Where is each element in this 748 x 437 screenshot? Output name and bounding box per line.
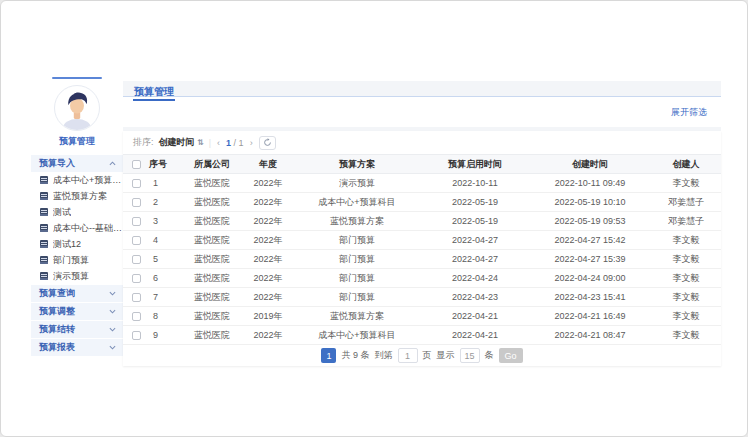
page-unit-label: 页 — [423, 349, 432, 362]
table-row[interactable]: 3 蓝悦医院 2022年 蓝悦预算方案 2022-05-19 2022-05-1… — [123, 212, 721, 231]
table-header-row: 序号 所属公司 年度 预算方案 预算启用时间 创建时间 创建人 — [123, 155, 721, 174]
budget-table: 序号 所属公司 年度 预算方案 预算启用时间 创建时间 创建人 1 蓝悦医院 2… — [123, 154, 721, 345]
cell-enable-date: 2022-04-23 — [421, 288, 529, 307]
table-row[interactable]: 9 蓝悦医院 2022年 成本中心+预算科目 2022-04-21 2022-0… — [123, 326, 721, 345]
cell-creator: 李文毅 — [651, 250, 721, 269]
document-icon — [40, 272, 48, 280]
row-checkbox[interactable] — [132, 236, 141, 245]
sidebar-subitem[interactable]: 成本中心--基础设置... — [31, 220, 123, 236]
sidebar-subitem[interactable]: 蓝悦预算方案 — [31, 188, 123, 204]
goto-page-input[interactable] — [398, 348, 418, 363]
next-page-icon[interactable]: › — [249, 138, 254, 148]
row-checkbox[interactable] — [132, 293, 141, 302]
document-icon — [40, 192, 48, 200]
row-checkbox[interactable] — [132, 274, 141, 283]
cell-index: 5 — [149, 250, 181, 269]
sidebar-group-header[interactable]: 预算查询 — [31, 285, 123, 302]
table-row[interactable]: 8 蓝悦医院 2019年 蓝悦预算方案 2022-04-21 2022-04-2… — [123, 307, 721, 326]
filter-card: 展开筛选 — [123, 97, 721, 127]
sidebar-group-label: 预算调整 — [39, 305, 75, 318]
table-row[interactable]: 5 蓝悦医院 2022年 部门预算 2022-04-27 2022-04-27 … — [123, 250, 721, 269]
cell-creator: 李文毅 — [651, 326, 721, 345]
page-size-input[interactable] — [460, 348, 480, 363]
sidebar-group-header[interactable]: 预算结转 — [31, 321, 123, 338]
toolbar-divider: | — [209, 138, 211, 148]
cell-create-time: 2022-04-21 16:49 — [529, 307, 651, 326]
table-body: 1 蓝悦医院 2022年 演示预算 2022-10-11 2022-10-11 … — [123, 174, 721, 345]
col-header-company: 所属公司 — [181, 155, 243, 174]
cell-year: 2022年 — [243, 250, 293, 269]
cell-enable-date: 2022-10-11 — [421, 174, 529, 193]
sidebar-subitem[interactable]: 测试 — [31, 204, 123, 220]
sidebar-subitem[interactable]: 部门预算 — [31, 252, 123, 268]
table-row[interactable]: 4 蓝悦医院 2022年 部门预算 2022-04-27 2022-04-27 … — [123, 231, 721, 250]
cell-plan: 演示预算 — [293, 174, 421, 193]
tab-budget-management[interactable]: 预算管理 — [133, 85, 175, 101]
cell-creator: 李文毅 — [651, 269, 721, 288]
sort-label: 排序: — [133, 136, 154, 149]
row-checkbox[interactable] — [132, 198, 141, 207]
sidebar-subitem[interactable]: 测试12 — [31, 236, 123, 252]
sidebar-group-header[interactable]: 预算调整 — [31, 303, 123, 320]
table-card: 排序: 创建时间 ⇅ | ‹ 1 / 1 › — [123, 131, 721, 366]
chevron-up-icon — [108, 160, 116, 168]
sidebar-group-header[interactable]: 预算导入 — [31, 155, 123, 172]
cell-index: 6 — [149, 269, 181, 288]
sidebar-subitem[interactable]: 成本中心+预算科目 — [31, 172, 123, 188]
table-row[interactable]: 1 蓝悦医院 2022年 演示预算 2022-10-11 2022-10-11 … — [123, 174, 721, 193]
cell-company: 蓝悦医院 — [181, 326, 243, 345]
prev-page-icon[interactable]: ‹ — [216, 138, 221, 148]
table-row[interactable]: 7 蓝悦医院 2022年 部门预算 2022-04-23 2022-04-23 … — [123, 288, 721, 307]
go-button[interactable]: Go — [499, 348, 523, 363]
avatar — [54, 85, 100, 131]
table-row[interactable]: 2 蓝悦医院 2022年 成本中心+预算科目 2022-05-19 2022-0… — [123, 193, 721, 212]
cell-plan: 蓝悦预算方案 — [293, 307, 421, 326]
row-checkbox[interactable] — [132, 312, 141, 321]
pagination-bar: 1 共 9 条 到第 页 显示 条 Go — [123, 345, 721, 366]
row-unit-label: 条 — [485, 349, 494, 362]
chevron-down-icon — [108, 308, 116, 316]
col-header-enable-date: 预算启用时间 — [421, 155, 529, 174]
cell-enable-date: 2022-04-21 — [421, 307, 529, 326]
cell-creator: 李文毅 — [651, 288, 721, 307]
tab-bar: 预算管理 — [123, 81, 721, 97]
sidebar-group-label: 预算查询 — [39, 287, 75, 300]
refresh-icon — [263, 138, 272, 147]
sidebar-group-header[interactable]: 预算报表 — [31, 339, 123, 356]
table-row[interactable]: 6 蓝悦医院 2022年 部门预算 2022-04-24 2022-04-24 … — [123, 269, 721, 288]
cell-company: 蓝悦医院 — [181, 307, 243, 326]
chevron-down-icon — [108, 290, 116, 298]
sidebar-subitem-label: 成本中心+预算科目 — [53, 174, 123, 187]
sort-field-label: 创建时间 — [159, 137, 195, 147]
cell-year: 2022年 — [243, 326, 293, 345]
cell-creator: 邓姜慧子 — [651, 212, 721, 231]
row-checkbox[interactable] — [132, 331, 141, 340]
expand-filter-link[interactable]: 展开筛选 — [671, 106, 707, 119]
row-checkbox[interactable] — [132, 217, 141, 226]
sidebar-group: 预算导入 成本中心+预算科目 蓝悦预算方案 测试 成本中心--基础设置... 测… — [31, 155, 123, 284]
select-all-checkbox[interactable] — [132, 160, 141, 169]
page-1-button[interactable]: 1 — [321, 348, 336, 363]
cell-plan: 部门预算 — [293, 269, 421, 288]
sort-field-button[interactable]: 创建时间 ⇅ — [159, 136, 204, 149]
total-pages: / 1 — [234, 138, 244, 148]
sidebar-group: 预算调整 — [31, 303, 123, 320]
toolbar-page-indicator: 1 / 1 — [226, 138, 244, 148]
main-content: 预算管理 展开筛选 排序: 创建时间 ⇅ | ‹ 1 / 1 › — [123, 81, 721, 360]
app-window: 预算管理 预算导入 成本中心+预算科目 蓝悦预算方案 测试 成本中心--基础设置… — [0, 0, 748, 437]
sidebar-subitem-label: 测试12 — [53, 238, 81, 251]
row-checkbox[interactable] — [132, 255, 141, 264]
document-icon — [40, 224, 48, 232]
cell-year: 2022年 — [243, 231, 293, 250]
row-checkbox[interactable] — [132, 179, 141, 188]
show-label: 显示 — [437, 349, 455, 362]
refresh-button[interactable] — [259, 136, 276, 150]
col-header-create-time: 创建时间 — [529, 155, 651, 174]
cell-year: 2022年 — [243, 269, 293, 288]
cell-year: 2022年 — [243, 212, 293, 231]
total-count-text: 共 9 条 — [341, 349, 369, 362]
cell-enable-date: 2022-05-19 — [421, 193, 529, 212]
sidebar-subitem[interactable]: 演示预算 — [31, 268, 123, 284]
sidebar-group-label: 预算结转 — [39, 323, 75, 336]
document-icon — [40, 176, 48, 184]
